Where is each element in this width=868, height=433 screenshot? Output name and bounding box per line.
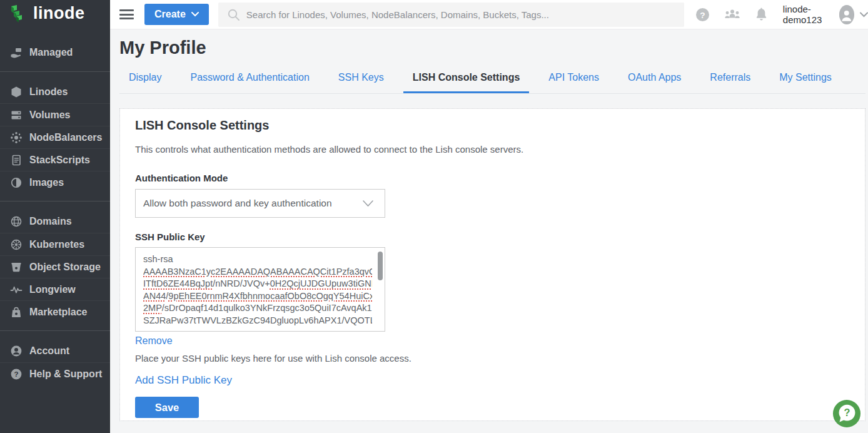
images-icon — [9, 176, 23, 190]
help-icon: ? — [9, 367, 23, 381]
sidebar-item-longview[interactable]: Longview — [0, 278, 110, 300]
svg-text:?: ? — [14, 370, 18, 378]
sidebar-item-label: Help & Support — [29, 369, 102, 380]
panel-description: This controls what authentication method… — [135, 144, 850, 155]
ssh-key-line: 2MP/sDrOpaqf14d1qulko3YNkFrzqsgc3o5QuiI7… — [143, 302, 372, 315]
sidebar-item-label: Kubernetes — [29, 239, 84, 250]
linode-cloud-manager: linode Create ? — [0, 0, 868, 433]
auth-mode-value: Allow both password and key authenticati… — [143, 198, 332, 209]
sidebar-item-label: Longview — [29, 284, 76, 295]
sidebar-item-linodes[interactable]: Linodes — [0, 81, 110, 103]
sidebar-group: Account?Help & Support — [0, 340, 110, 385]
sidebar-item-label: NodeBalancers — [29, 132, 103, 143]
page-title: My Profile — [119, 38, 868, 58]
tab-oauth-apps[interactable]: OAuth Apps — [618, 72, 690, 93]
sidebar-item-label: Images — [29, 177, 64, 188]
sidebar-item-label: Marketplace — [29, 307, 88, 318]
object-storage-icon — [9, 260, 23, 274]
linode-logo[interactable]: linode — [0, 0, 110, 29]
sidebar-item-volumes[interactable]: Volumes — [0, 103, 110, 126]
sidebar-item-domains[interactable]: Domains — [0, 210, 110, 233]
sidebar-item-managed[interactable]: Managed — [0, 41, 110, 64]
tab-my-settings[interactable]: My Settings — [770, 72, 841, 93]
tab-referrals[interactable]: Referrals — [700, 72, 760, 93]
username: linode-demo123 — [783, 4, 834, 25]
nodebalancers-icon — [9, 131, 23, 145]
search-icon — [227, 8, 240, 21]
ssh-key-line: SZJRaPw37tTWVLzBZkGzC94DgluopLv6hAPX1/VQ… — [143, 315, 372, 327]
remove-key-link[interactable]: Remove — [135, 335, 173, 347]
notifications-bell-icon[interactable] — [755, 8, 768, 22]
add-ssh-key-link[interactable]: Add SSH Public Key — [135, 374, 232, 387]
sidebar-divider — [0, 330, 110, 331]
search-input[interactable] — [246, 9, 675, 20]
sidebar-item-account[interactable]: Account — [0, 340, 110, 362]
sidebar-item-stackscripts[interactable]: StackScripts — [0, 148, 110, 171]
linode-logo-icon — [9, 4, 28, 24]
tab-display[interactable]: Display — [119, 72, 171, 93]
sidebar-item-label: Object Storage — [29, 262, 101, 273]
kubernetes-icon — [9, 238, 23, 252]
sidebar-item-help-support[interactable]: ?Help & Support — [0, 362, 110, 385]
linodes-icon — [9, 85, 23, 99]
sidebar-item-object-storage[interactable]: Object Storage — [0, 255, 110, 278]
sidebar-item-label: Volumes — [29, 110, 71, 121]
sidebar-item-nodebalancers[interactable]: NodeBalancers — [0, 126, 110, 148]
domains-icon — [9, 215, 23, 228]
save-button[interactable]: Save — [135, 397, 199, 418]
ssh-key-line: ssh-rsa — [143, 253, 372, 266]
community-icon[interactable] — [724, 8, 741, 22]
tab-password-authentication[interactable]: Password & Authentication — [181, 72, 318, 93]
sidebar-item-label: Managed — [29, 47, 73, 58]
sidebar-group: DomainsKubernetesObject StorageLongviewM… — [0, 210, 110, 323]
auth-mode-select[interactable]: Allow both password and key authenticati… — [135, 189, 385, 218]
sidebar-group: Managed — [0, 41, 110, 64]
profile-tabs: DisplayPassword & AuthenticationSSH Keys… — [119, 72, 865, 94]
volumes-icon — [9, 108, 23, 122]
lish-settings-panel: LISH Console Settings This controls what… — [119, 108, 865, 421]
sidebar-item-label: StackScripts — [29, 155, 90, 166]
sidebar-item-label: Domains — [29, 216, 72, 227]
tab-lish-console-settings[interactable]: LISH Console Settings — [403, 72, 530, 93]
ssh-key-line: AAAAB3NzaC1yc2EAAAADAQABAAACAQCit1Pzfa3q… — [143, 266, 372, 278]
ssh-key-text: ssh-rsaAAAAB3NzaC1yc2EAAAADAQABAAACAQCit… — [136, 248, 385, 327]
user-menu[interactable]: linode-demo123 — [783, 4, 868, 25]
top-bar-icons: ? — [695, 8, 768, 22]
stackscripts-icon — [9, 153, 23, 167]
chevron-down-icon — [363, 200, 373, 207]
account-icon — [9, 344, 23, 358]
svg-text:?: ? — [700, 10, 705, 19]
sidebar-group: LinodesVolumesNodeBalancersStackScriptsI… — [0, 81, 110, 193]
top-bar: linode Create ? — [0, 0, 868, 29]
sidebar: ManagedLinodesVolumesNodeBalancersStackS… — [0, 29, 110, 433]
hamburger-menu-icon[interactable] — [119, 9, 134, 19]
brand-name: linode — [33, 4, 85, 23]
marketplace-icon — [9, 305, 23, 319]
textarea-scrollbar-thumb[interactable] — [378, 252, 383, 280]
avatar — [839, 5, 854, 24]
main-content: My Profile DisplayPassword & Authenticat… — [110, 29, 868, 433]
sidebar-divider — [0, 201, 110, 201]
tab-api-tokens[interactable]: API Tokens — [539, 72, 608, 93]
ssh-key-line: ITftD6ZE44BqJpt/nNRD/JVQv+0H2QcjUJDGUpuw… — [143, 278, 372, 290]
sidebar-item-label: Linodes — [29, 86, 68, 98]
managed-icon — [9, 46, 23, 59]
svg-text:?: ? — [844, 407, 850, 418]
sidebar-item-marketplace[interactable]: Marketplace — [0, 300, 110, 323]
panel-title: LISH Console Settings — [135, 118, 850, 133]
global-search[interactable] — [218, 3, 684, 27]
sidebar-item-kubernetes[interactable]: Kubernetes — [0, 233, 110, 255]
ssh-key-line: AN44/9pEhEE0rnmR4XfbhnmocaafObO8cOgqY54H… — [143, 290, 372, 303]
create-button[interactable]: Create — [144, 4, 209, 25]
tab-ssh-keys[interactable]: SSH Keys — [329, 72, 393, 93]
ssh-key-textarea[interactable]: ssh-rsaAAAAB3NzaC1yc2EAAAADAQABAAACAQCit… — [135, 247, 385, 332]
longview-icon — [9, 283, 23, 297]
ssh-key-help-text: Place your SSH public keys here for use … — [135, 353, 850, 364]
live-help-button[interactable]: ? — [832, 399, 861, 428]
sidebar-item-label: Account — [29, 345, 69, 357]
sidebar-divider — [0, 71, 110, 72]
help-circle-icon[interactable]: ? — [695, 8, 710, 22]
ssh-key-label: SSH Public Key — [135, 232, 850, 242]
sidebar-item-images[interactable]: Images — [0, 171, 110, 193]
chevron-down-icon — [860, 12, 868, 18]
